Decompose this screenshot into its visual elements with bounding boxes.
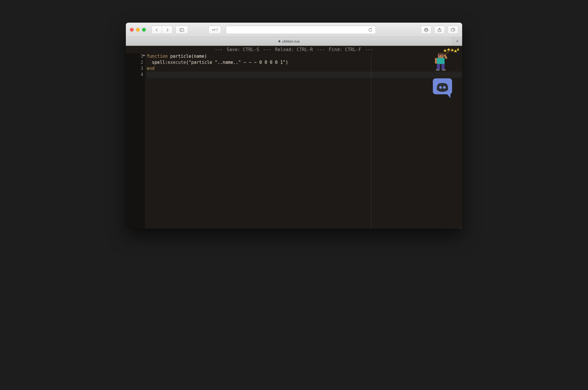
dirty-dot-icon (278, 40, 280, 42)
address-bar[interactable] (226, 26, 376, 34)
browser-window: utilities.lua + --- Save: CTRL-S --- Rel… (126, 23, 462, 229)
svg-rect-20 (437, 58, 444, 64)
share-button[interactable] (434, 26, 445, 34)
sidebar-toggle-button[interactable] (175, 26, 188, 34)
line-number: 3 (126, 66, 143, 72)
line-number: 1 (126, 53, 143, 59)
chevron-right-icon (165, 28, 170, 32)
code-editor[interactable]: 1234 function particle(name) spell:execu… (126, 53, 462, 229)
svg-rect-9 (451, 29, 454, 31)
svg-point-3 (214, 29, 215, 30)
hint-find: Find: CTRL-F (329, 47, 361, 52)
svg-marker-13 (454, 49, 457, 53)
window-controls (130, 28, 146, 32)
discord-icon[interactable] (433, 78, 452, 99)
minimize-window-button[interactable] (136, 28, 140, 32)
svg-point-2 (213, 29, 213, 30)
reader-icon (212, 28, 218, 32)
line-gutter: 1234 (126, 53, 145, 229)
svg-rect-0 (180, 28, 184, 31)
line-number: 2 (126, 59, 143, 66)
code-line[interactable]: spell:execute("particle "..name.." ~ ~ ~… (147, 59, 462, 66)
code-line[interactable]: function particle(name) (147, 53, 462, 59)
share-icon (437, 28, 442, 32)
page-content: --- Save: CTRL-S --- Reload: CTRL-R --- … (126, 46, 462, 229)
svg-point-29 (439, 86, 442, 89)
reload-icon[interactable] (368, 28, 373, 32)
toolbar-right (421, 26, 458, 34)
close-window-button[interactable] (130, 28, 134, 32)
code-area[interactable]: function particle(name) spell:execute("p… (145, 53, 462, 229)
code-line[interactable] (147, 72, 462, 78)
hint-reload: Reload: CTRL-R (275, 47, 313, 52)
back-button[interactable] (152, 26, 162, 34)
new-tab-button[interactable]: + (452, 37, 462, 46)
minecraft-steve-icon[interactable] (429, 46, 459, 73)
nav-back-forward (152, 26, 173, 34)
forward-button[interactable] (162, 26, 173, 34)
svg-point-30 (443, 86, 446, 89)
downloads-button[interactable] (421, 26, 431, 34)
show-tabs-button[interactable] (448, 26, 458, 34)
tab-title: utilities.lua (282, 39, 300, 44)
svg-rect-24 (442, 64, 445, 70)
svg-rect-25 (436, 69, 440, 71)
svg-rect-17 (438, 53, 444, 55)
reader-button[interactable] (208, 26, 221, 34)
zoom-window-button[interactable] (142, 28, 146, 32)
line-number: 4 (126, 72, 143, 78)
chevron-left-icon (155, 28, 159, 32)
svg-rect-21 (435, 58, 437, 64)
tab-bar: utilities.lua + (126, 37, 462, 46)
svg-rect-26 (442, 69, 446, 71)
hint-save: Save: CTRL-S (227, 47, 259, 52)
svg-rect-23 (437, 64, 440, 70)
tabs-icon (451, 28, 455, 32)
download-icon (424, 28, 429, 32)
code-line[interactable]: end (147, 66, 462, 72)
sidebar-icon (179, 28, 184, 32)
svg-line-4 (215, 29, 217, 31)
shortcut-hint: --- Save: CTRL-S --- Reload: CTRL-R --- … (126, 46, 462, 53)
svg-rect-19 (442, 55, 443, 56)
print-margin (371, 53, 371, 229)
svg-marker-10 (443, 49, 447, 52)
plus-icon: + (456, 38, 459, 44)
tab-utilities[interactable]: utilities.lua (126, 37, 452, 46)
window-toolbar (126, 23, 462, 37)
svg-rect-18 (439, 55, 440, 56)
